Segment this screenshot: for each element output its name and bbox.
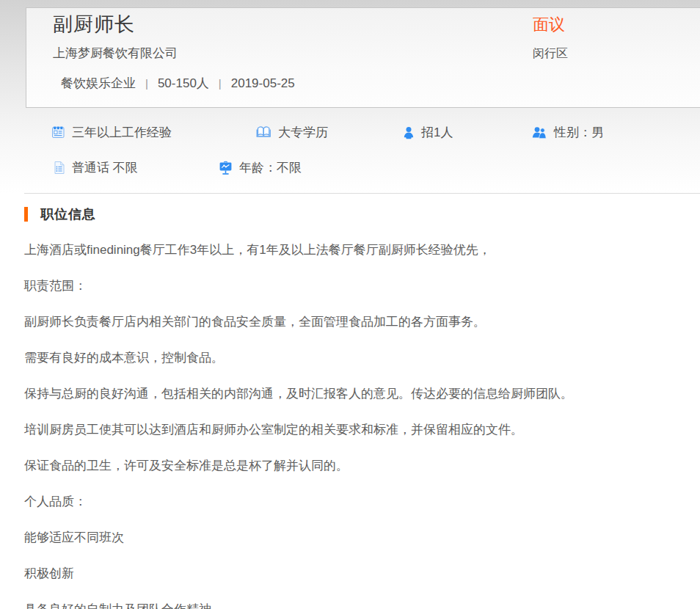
- description-paragraph: 具备良好的自制力及团队合作精神: [24, 602, 676, 609]
- description-paragraph: 个人品质：: [24, 495, 676, 508]
- description-paragraph: 职责范围：: [24, 279, 676, 293]
- company-name: 上海梦厨餐饮有限公司: [53, 45, 178, 62]
- section-title: 职位信息: [40, 205, 96, 223]
- gender-icon: [531, 126, 547, 139]
- tag-separator: |: [219, 77, 222, 90]
- requirement-experience: 三年以上工作经验: [51, 124, 172, 141]
- tag-separator: |: [145, 77, 148, 90]
- section-header: 职位信息: [24, 206, 700, 222]
- job-detail-page: 副厨师长 面议 上海梦厨餐饮有限公司 闵行区 餐饮娱乐企业|50-150人|20…: [0, 0, 700, 609]
- post-date-tag: 2019-05-25: [231, 76, 295, 90]
- section-accent-bar: [24, 207, 28, 222]
- company-size-tag: 50-150人: [158, 76, 209, 90]
- description-paragraph: 上海酒店或finedining餐厅工作3年以上，有1年及以上法餐厅餐厅副厨师长经…: [24, 243, 676, 257]
- age-icon: [219, 161, 233, 175]
- district-text: 闵行区: [533, 46, 568, 62]
- education-icon: [256, 125, 271, 139]
- job-description: 上海酒店或finedining餐厅工作3年以上，有1年及以上法餐厅餐厅副厨师长经…: [24, 243, 676, 609]
- requirement-label: 性别：男: [554, 124, 604, 141]
- description-paragraph: 保证食品的卫生，许可及安全标准是总是杯了解并认同的。: [24, 459, 676, 473]
- description-paragraph: 副厨师长负责餐厅店内相关部门的食品安全质量，全面管理食品加工的各方面事务。: [24, 315, 676, 329]
- requirement-label: 年龄：不限: [239, 159, 302, 176]
- section-divider: [24, 193, 700, 194]
- description-paragraph: 积极创新: [24, 566, 676, 580]
- language-icon: [54, 161, 65, 175]
- company-tags: 餐饮娱乐企业|50-150人|2019-05-25: [61, 75, 295, 92]
- header-zone: 副厨师长 面议 上海梦厨餐饮有限公司 闵行区 餐饮娱乐企业|50-150人|20…: [0, 0, 700, 193]
- requirement-language: 普通话 不限: [54, 159, 138, 176]
- requirement-headcount: 招1人: [403, 124, 453, 141]
- description-paragraph: 培训厨房员工使其可以达到酒店和厨师办公室制定的相关要求和标准，并保留相应的文件。: [24, 423, 676, 437]
- requirement-age: 年龄：不限: [219, 159, 302, 176]
- job-title: 副厨师长: [53, 11, 135, 37]
- requirement-label: 三年以上工作经验: [72, 124, 172, 141]
- requirement-gender: 性别：男: [531, 124, 604, 141]
- description-paragraph: 能够适应不同班次: [24, 530, 676, 544]
- requirement-label: 普通话 不限: [72, 159, 138, 176]
- salary-text: 面议: [533, 14, 565, 36]
- requirement-label: 招1人: [421, 124, 453, 141]
- experience-icon: [51, 125, 65, 139]
- requirement-label: 大专学历: [278, 124, 328, 141]
- requirement-education: 大专学历: [256, 124, 328, 141]
- industry-tag: 餐饮娱乐企业: [61, 76, 136, 90]
- description-paragraph: 保持与总厨的良好沟通，包括相关的内部沟通，及时汇报客人的意见。传达必要的信息给厨…: [24, 387, 676, 401]
- description-paragraph: 需要有良好的成本意识，控制食品。: [24, 351, 676, 365]
- job-header-card: 副厨师长 面议 上海梦厨餐饮有限公司 闵行区 餐饮娱乐企业|50-150人|20…: [26, 7, 700, 108]
- headcount-icon: [403, 126, 415, 139]
